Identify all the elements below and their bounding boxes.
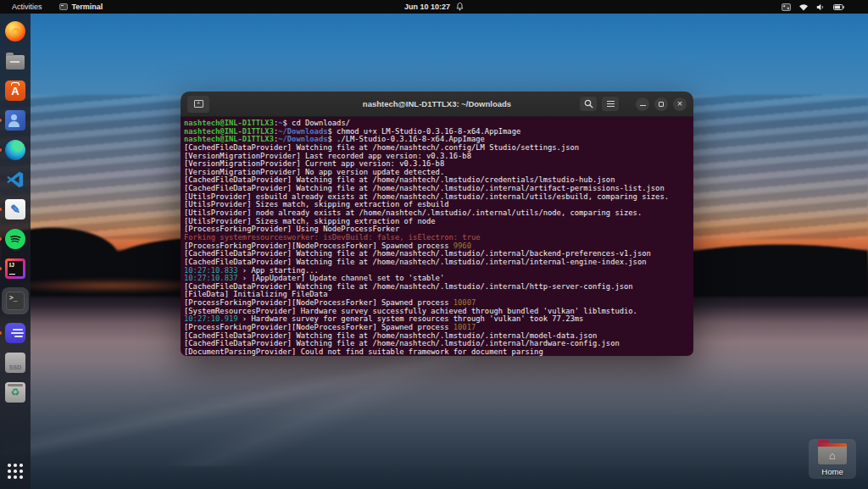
running-indicator bbox=[0, 208, 2, 211]
maximize-button[interactable] bbox=[654, 97, 668, 111]
search-button[interactable] bbox=[580, 97, 597, 111]
dock-item-vscode[interactable] bbox=[4, 169, 26, 191]
clock-menu[interactable]: Jun 10 10:27 bbox=[404, 3, 464, 11]
ssd-drive-icon: SSD bbox=[5, 353, 25, 373]
notification-bell-icon bbox=[456, 3, 464, 11]
pencil-icon: ✎ bbox=[10, 203, 20, 216]
terminal-window: nashtech@INL-D1TTLX3: ~/Downloads × bbox=[181, 92, 693, 356]
dock-item-intellij[interactable] bbox=[4, 258, 26, 280]
terminal-titlebar[interactable]: nashtech@INL-D1TTLX3: ~/Downloads × bbox=[181, 92, 693, 117]
focused-app-indicator[interactable]: Terminal bbox=[59, 3, 103, 11]
new-tab-button[interactable] bbox=[187, 96, 209, 113]
running-indicator bbox=[0, 267, 2, 270]
home-folder-icon: ⌂ bbox=[818, 443, 847, 464]
running-indicator bbox=[0, 119, 2, 122]
house-icon: ⌂ bbox=[829, 449, 836, 462]
teams-icon bbox=[5, 110, 25, 131]
maximize-icon bbox=[659, 102, 664, 107]
terminal-app-icon bbox=[59, 3, 68, 10]
close-icon: × bbox=[677, 99, 682, 108]
battery-icon bbox=[833, 4, 844, 10]
firefox-icon bbox=[5, 21, 25, 42]
dock-item-firefox[interactable] bbox=[4, 20, 26, 42]
menu-icon bbox=[607, 101, 615, 107]
terminal-output[interactable]: nashtech@INL-D1TTLX3:~$ cd Downloads/nas… bbox=[181, 117, 693, 356]
terminal-window-title: nashtech@INL-D1TTLX3: ~/Downloads bbox=[363, 99, 511, 108]
desktop-icon-home[interactable]: ⌂ Home bbox=[809, 439, 856, 479]
menu-button[interactable] bbox=[602, 97, 619, 111]
text-editor-icon: ✎ bbox=[5, 199, 25, 219]
system-tray[interactable] bbox=[782, 3, 868, 11]
dock-item-edge[interactable] bbox=[4, 139, 26, 161]
wifi-icon bbox=[798, 3, 809, 11]
edge-icon bbox=[5, 140, 25, 160]
input-source-icon bbox=[782, 3, 791, 11]
home-folder-label: Home bbox=[821, 467, 843, 476]
dock-item-text-editor[interactable]: ✎ bbox=[4, 198, 26, 220]
vscode-icon bbox=[6, 170, 25, 189]
dock: A ✎ >_ SSD bbox=[0, 14, 31, 489]
terminal-icon: >_ bbox=[6, 292, 25, 310]
top-bar: Activities Terminal Jun 10 10:27 bbox=[0, 0, 868, 14]
search-icon bbox=[584, 99, 593, 108]
lmstudio-icon bbox=[5, 323, 25, 343]
ubuntu-software-icon: A bbox=[5, 81, 25, 101]
running-indicator bbox=[0, 237, 2, 241]
new-tab-icon bbox=[194, 100, 203, 108]
minimize-icon bbox=[640, 105, 646, 106]
file-manager-icon bbox=[6, 55, 25, 69]
ssd-badge: SSD bbox=[9, 364, 21, 370]
minimize-button[interactable] bbox=[636, 97, 649, 111]
dock-item-teams[interactable] bbox=[4, 109, 26, 131]
dock-item-trash[interactable]: ♻ bbox=[4, 381, 26, 403]
intellij-icon bbox=[5, 258, 25, 279]
running-indicator bbox=[0, 331, 2, 335]
dock-item-lmstudio[interactable] bbox=[4, 322, 26, 344]
activities-button[interactable]: Activities bbox=[10, 3, 44, 11]
clock-label: Jun 10 10:27 bbox=[404, 3, 450, 11]
dock-item-ssd-drive[interactable]: SSD bbox=[4, 352, 26, 374]
focused-app-label: Terminal bbox=[72, 3, 103, 11]
dock-item-spotify[interactable] bbox=[4, 228, 26, 250]
dock-item-terminal[interactable]: >_ bbox=[2, 287, 29, 314]
spotify-icon bbox=[5, 229, 25, 249]
trash-icon: ♻ bbox=[5, 382, 25, 403]
wallpaper-water bbox=[0, 356, 475, 466]
close-button[interactable]: × bbox=[673, 97, 687, 111]
volume-icon bbox=[816, 3, 826, 11]
running-indicator bbox=[0, 148, 2, 152]
dock-item-files[interactable] bbox=[4, 50, 26, 72]
show-applications-icon[interactable] bbox=[8, 464, 23, 479]
terminal-line: [DocumentParsingProvider] Could not find… bbox=[184, 348, 693, 356]
dock-item-ubuntu-software[interactable]: A bbox=[4, 80, 26, 102]
